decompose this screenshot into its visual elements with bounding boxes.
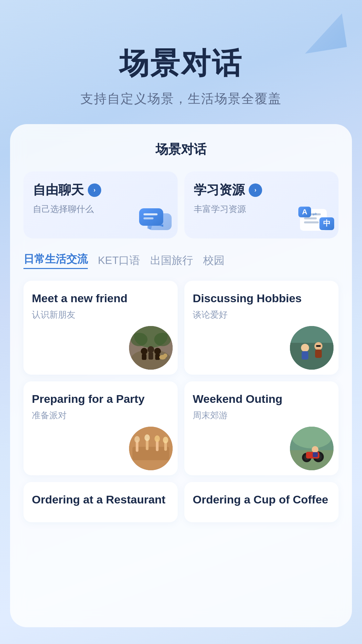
svg-point-18 bbox=[154, 333, 171, 346]
learning-title: 学习资源 › bbox=[194, 181, 329, 199]
scene-title-restaurant: Ordering at a Restaurant bbox=[32, 492, 169, 507]
scene-title-en-2: Discussing Hobbies bbox=[193, 291, 330, 306]
scene-title-cn-4: 周末郊游 bbox=[193, 410, 330, 421]
tab-campus[interactable]: 校园 bbox=[203, 253, 225, 268]
scene-card-outing[interactable]: Weekend Outing 周末郊游 bbox=[184, 381, 339, 475]
svg-rect-9 bbox=[304, 221, 319, 223]
tab-travel[interactable]: 出国旅行 bbox=[150, 253, 193, 268]
svg-rect-23 bbox=[148, 352, 153, 360]
svg-point-53 bbox=[312, 446, 318, 453]
scene-image-1 bbox=[129, 326, 173, 370]
tab-ket[interactable]: KET口语 bbox=[98, 253, 140, 268]
free-chat-arrow-icon[interactable]: › bbox=[88, 183, 101, 197]
scene-card-party[interactable]: Preparing for a Party 准备派对 bbox=[23, 381, 178, 475]
svg-rect-29 bbox=[290, 343, 334, 370]
svg-point-30 bbox=[301, 344, 309, 352]
top-cards-row: 自由聊天 › 自己选择聊什么 bbox=[23, 171, 339, 238]
scene-grid: Meet a new friend 认识新朋友 bbox=[23, 281, 339, 475]
svg-rect-31 bbox=[302, 351, 308, 360]
svg-rect-4 bbox=[143, 217, 154, 219]
translate-icon: A 中 ⇌ bbox=[297, 204, 337, 236]
scene-card-meet-friend[interactable]: Meet a new friend 认识新朋友 bbox=[23, 281, 178, 375]
svg-point-40 bbox=[144, 434, 150, 441]
svg-point-24 bbox=[154, 348, 161, 355]
tab-daily-life[interactable]: 日常生活交流 bbox=[23, 252, 88, 269]
svg-rect-34 bbox=[316, 345, 321, 347]
learning-resource-card[interactable]: 学习资源 › 丰富学习资源 A bbox=[184, 171, 339, 238]
svg-point-44 bbox=[163, 437, 168, 443]
scene-title-cn-3: 准备派对 bbox=[32, 410, 169, 421]
chat-bubble-icon bbox=[137, 205, 174, 235]
svg-point-20 bbox=[141, 348, 147, 355]
svg-rect-54 bbox=[313, 452, 318, 457]
scene-title-en-4: Weekend Outing bbox=[193, 391, 330, 406]
svg-rect-2 bbox=[139, 208, 163, 226]
svg-rect-33 bbox=[315, 350, 322, 358]
svg-rect-8 bbox=[304, 217, 317, 219]
scene-title-en-1: Meet a new friend bbox=[32, 291, 169, 306]
scene-title-coffee: Ordering a Cup of Coffee bbox=[193, 492, 330, 507]
scene-image-2 bbox=[290, 326, 334, 370]
free-chat-title: 自由聊天 › bbox=[33, 181, 168, 199]
free-chat-card[interactable]: 自由聊天 › 自己选择聊什么 bbox=[23, 171, 178, 238]
learning-arrow-icon[interactable]: › bbox=[249, 183, 262, 197]
svg-text:⇌: ⇌ bbox=[312, 211, 317, 217]
svg-point-27 bbox=[163, 354, 167, 358]
svg-point-22 bbox=[147, 346, 154, 353]
svg-rect-21 bbox=[142, 354, 146, 360]
svg-rect-25 bbox=[155, 354, 160, 360]
card-title: 场景对话 bbox=[23, 141, 339, 158]
scene-card-restaurant[interactable]: Ordering at a Restaurant bbox=[23, 482, 178, 522]
svg-point-38 bbox=[134, 436, 140, 443]
scene-title-cn-1: 认识新朋友 bbox=[32, 309, 169, 321]
scene-title-cn-2: 谈论爱好 bbox=[193, 309, 330, 321]
svg-point-17 bbox=[131, 333, 147, 346]
page-subtitle: 支持自定义场景，生活场景全覆盖 bbox=[0, 90, 362, 107]
scene-image-3 bbox=[129, 427, 173, 470]
scene-image-4 bbox=[290, 427, 334, 470]
svg-rect-3 bbox=[143, 213, 158, 215]
scene-card-hobbies[interactable]: Discussing Hobbies 谈论爱好 bbox=[184, 281, 339, 375]
svg-text:中: 中 bbox=[323, 219, 330, 227]
svg-text:A: A bbox=[302, 208, 307, 216]
category-tabs: 日常生活交流 KET口语 出国旅行 校园 bbox=[23, 252, 339, 269]
scene-title-en-3: Preparing for a Party bbox=[32, 391, 169, 406]
bottom-partial: Ordering at a Restaurant Ordering a Cup … bbox=[23, 482, 339, 522]
main-card: 场景对话 自由聊天 › 自己选择聊什么 bbox=[10, 124, 352, 627]
scene-card-coffee[interactable]: Ordering a Cup of Coffee bbox=[184, 482, 339, 522]
svg-point-42 bbox=[155, 435, 160, 442]
deco-triangle bbox=[295, 10, 349, 60]
